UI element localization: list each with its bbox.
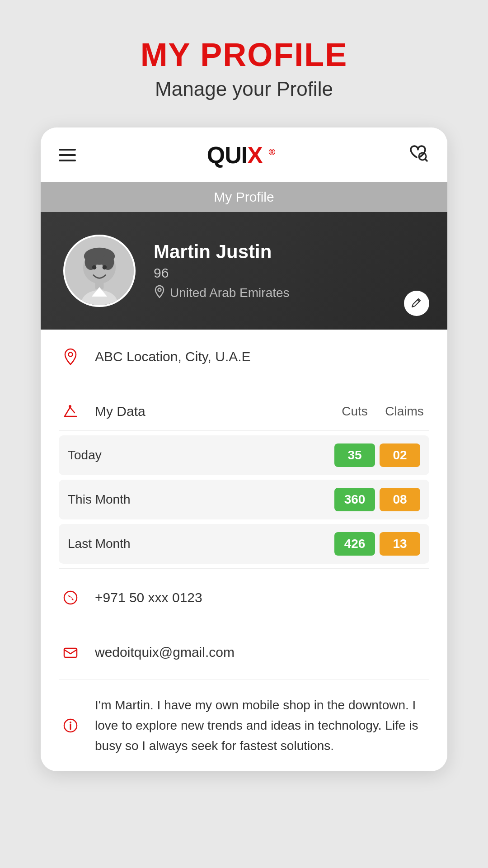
svg-line-18	[70, 407, 75, 413]
svg-point-14	[69, 353, 73, 357]
cuts-lastmonth: 426	[334, 532, 375, 556]
menu-button[interactable]	[59, 149, 76, 161]
row-label-lastmonth: Last Month	[68, 537, 330, 551]
svg-point-10	[103, 265, 107, 270]
email-icon	[59, 641, 82, 664]
logo-accent: X	[247, 142, 263, 168]
info-icon	[59, 714, 82, 737]
cuts-month: 360	[334, 488, 375, 511]
data-rows: Today 35 02 This Month 360 08 Last Month…	[59, 435, 429, 564]
profile-info: Martin Justin 96 United Arab Emirates	[154, 241, 425, 301]
claims-month: 08	[380, 488, 420, 511]
claims-label: Claims	[380, 404, 429, 419]
address-text: ABC Location, City, U.A.E	[95, 349, 429, 364]
profile-banner: Martin Justin 96 United Arab Emirates	[41, 212, 447, 330]
favorites-button[interactable]	[406, 141, 429, 169]
mydata-title: My Data	[95, 404, 317, 419]
mydata-section: My Data Cuts Claims Today 35 02 This Mon…	[59, 384, 429, 564]
email-row: wedoitquix@gmail.com	[59, 625, 429, 680]
table-row: Today 35 02	[59, 435, 429, 475]
edit-button[interactable]	[404, 291, 429, 316]
bio-row: I'm Martin. I have my own mobile shop in…	[59, 680, 429, 771]
data-icon	[59, 400, 82, 423]
profile-card: QUIX ® My Profile	[41, 127, 447, 771]
svg-rect-20	[64, 648, 77, 657]
svg-point-23	[70, 722, 71, 723]
svg-point-9	[92, 265, 97, 270]
app-header: QUIX ®	[41, 127, 447, 182]
bio-text: I'm Martin. I have my own mobile shop in…	[95, 695, 429, 756]
phone-icon	[59, 586, 82, 609]
location-text: United Arab Emirates	[170, 286, 290, 300]
svg-point-19	[64, 591, 77, 604]
avatar	[63, 235, 136, 307]
profile-location: United Arab Emirates	[154, 285, 425, 301]
svg-line-16	[65, 407, 70, 416]
page-subtitle: Manage your Profile	[141, 78, 348, 100]
phone-row: +971 50 xxx 0123	[59, 571, 429, 625]
claims-today: 02	[380, 443, 420, 467]
phone-text: +971 50 xxx 0123	[95, 590, 429, 605]
cuts-today: 35	[334, 443, 375, 467]
mydata-column-labels: Cuts Claims	[330, 404, 429, 419]
email-text: wedoitquix@gmail.com	[95, 645, 429, 660]
claims-lastmonth: 13	[380, 532, 420, 556]
page-header: MY PROFILE Manage your Profile	[141, 36, 348, 100]
profile-label-text: My Profile	[214, 189, 274, 204]
info-section: ABC Location, City, U.A.E My Data Cuts C…	[41, 330, 447, 771]
row-label-month: This Month	[68, 492, 330, 507]
location-icon	[154, 285, 165, 301]
address-row: ABC Location, City, U.A.E	[59, 330, 429, 384]
profile-score: 96	[154, 265, 425, 281]
svg-line-1	[425, 159, 427, 161]
location-icon	[59, 345, 82, 368]
page-title: MY PROFILE	[141, 36, 348, 73]
app-logo: QUIX ®	[207, 142, 275, 169]
mydata-header: My Data Cuts Claims	[59, 384, 429, 431]
cuts-label: Cuts	[330, 404, 380, 419]
svg-point-13	[158, 288, 161, 291]
row-label-today: Today	[68, 448, 330, 462]
table-row: Last Month 426 13	[59, 524, 429, 564]
table-row: This Month 360 08	[59, 480, 429, 519]
profile-label-bar: My Profile	[41, 182, 447, 212]
profile-name: Martin Justin	[154, 241, 425, 263]
